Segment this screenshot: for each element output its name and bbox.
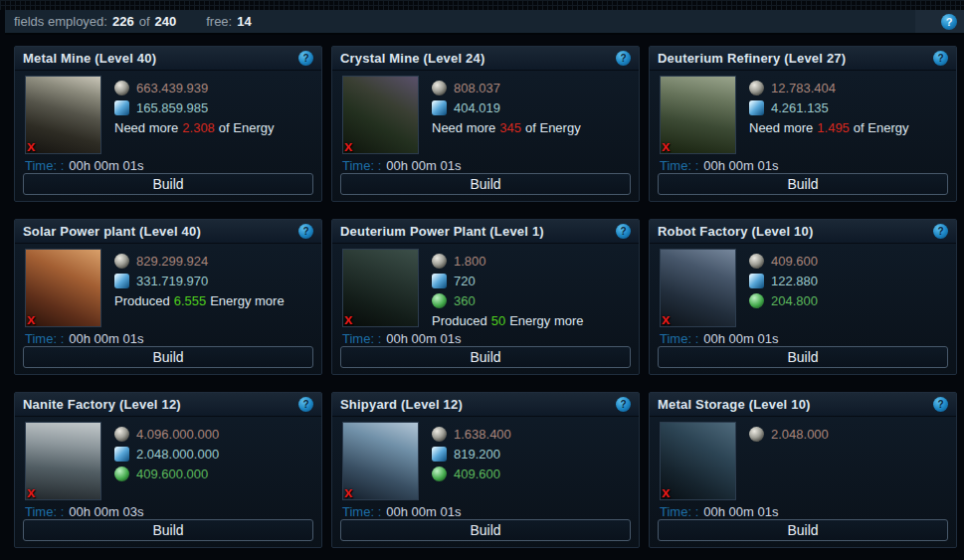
build-button[interactable]: Build: [658, 173, 948, 195]
building-image[interactable]: x: [342, 76, 419, 154]
build-button[interactable]: Build: [23, 173, 313, 195]
time-label: Time: :: [342, 504, 381, 519]
crystal-cost-value: 122.880: [771, 274, 818, 288]
cannot-build-icon: x: [662, 485, 670, 498]
crystal-icon: [432, 100, 447, 115]
energy-prefix: Need more: [749, 120, 813, 135]
cost-list: 808.037404.019Need more345of Energy: [432, 76, 581, 156]
crystal-cost-value: 819.200: [454, 447, 500, 462]
help-icon[interactable]: ?: [933, 224, 948, 239]
building-card: Deuterium Refinery (Level 27) ? x 12.783…: [649, 46, 957, 202]
help-icon[interactable]: ?: [298, 51, 313, 66]
time-label: Time: :: [25, 158, 64, 173]
build-button[interactable]: Build: [23, 519, 313, 541]
deuterium-icon: [432, 293, 447, 308]
crystal-cost-row: 165.859.985: [114, 97, 275, 117]
help-icon[interactable]: ?: [298, 224, 313, 239]
energy-prefix: Produced: [432, 313, 487, 328]
cannot-build-icon: x: [27, 139, 35, 152]
help-icon[interactable]: ?: [616, 224, 631, 239]
fields-status: fields employed: 226 of 240: [5, 14, 176, 29]
card-title: Shipyard (Level 12): [340, 397, 463, 412]
metal-cost-value: 1.638.400: [454, 427, 511, 442]
help-icon[interactable]: ?: [941, 14, 957, 30]
deuterium-cost-value: 360: [454, 293, 476, 308]
building-image[interactable]: x: [660, 76, 736, 154]
energy-suffix: Energy more: [509, 313, 583, 328]
building-image[interactable]: x: [342, 249, 419, 327]
time-label: Time: :: [342, 158, 381, 173]
card-title: Deuterium Refinery (Level 27): [658, 51, 846, 66]
metal-cost-value: 2.048.000: [771, 427, 829, 442]
crystal-icon: [432, 447, 447, 462]
crystal-icon: [749, 100, 764, 115]
build-time: Time: : 00h 00m 01s: [25, 331, 321, 346]
building-image[interactable]: x: [342, 422, 419, 500]
metal-icon: [114, 254, 129, 269]
energy-value: 2.308: [182, 120, 215, 135]
build-time: Time: : 00h 00m 01s: [660, 331, 956, 346]
build-button[interactable]: Build: [658, 519, 948, 541]
crystal-icon: [749, 274, 764, 288]
time-value: 00h 00m 01s: [386, 158, 461, 173]
crystal-cost-value: 4.261.135: [771, 100, 829, 115]
building-image[interactable]: x: [25, 76, 101, 154]
metal-icon: [432, 427, 447, 442]
cost-list: 1.638.400819.200409.600: [432, 422, 511, 502]
help-icon[interactable]: ?: [933, 51, 948, 66]
card-body: x 663.439.939165.859.985Need more2.308of…: [25, 76, 313, 156]
build-button[interactable]: Build: [23, 346, 313, 368]
energy-suffix: of Energy: [219, 120, 275, 135]
building-card: Shipyard (Level 12) ? x 1.638.400819.200…: [331, 392, 640, 548]
status-help-zone: ?: [915, 10, 964, 33]
metal-icon: [749, 427, 764, 442]
crystal-icon: [114, 274, 129, 288]
building-image[interactable]: x: [25, 422, 101, 500]
crystal-cost-row: 331.719.970: [114, 271, 285, 290]
cannot-build-icon: x: [662, 139, 670, 152]
card-title: Deuterium Power Plant (Level 1): [340, 224, 544, 239]
help-icon[interactable]: ?: [616, 397, 631, 412]
build-button[interactable]: Build: [340, 346, 631, 368]
card-title: Metal Mine (Level 40): [23, 51, 156, 66]
build-button[interactable]: Build: [658, 346, 948, 368]
cost-list: 1.800720360Produced50Energy more: [432, 249, 584, 329]
cost-list: 663.439.939165.859.985Need more2.308of E…: [114, 76, 275, 156]
help-icon[interactable]: ?: [298, 397, 313, 412]
metal-cost-row: 829.299.924: [114, 251, 285, 271]
crystal-icon: [432, 274, 447, 288]
deuterium-cost-value: 409.600.000: [136, 467, 208, 481]
building-image[interactable]: x: [660, 422, 736, 500]
metal-icon: [749, 254, 764, 269]
card-header: Deuterium Refinery (Level 27) ?: [650, 47, 956, 71]
building-image[interactable]: x: [660, 249, 736, 327]
deuterium-icon: [749, 293, 764, 308]
status-bar: fields employed: 226 of 240 free: 14 ?: [5, 10, 964, 35]
free-status: free: 14: [206, 14, 251, 29]
help-icon[interactable]: ?: [616, 51, 631, 66]
cost-list: 829.299.924331.719.970Produced6.555Energ…: [114, 249, 285, 329]
metal-icon: [114, 427, 129, 442]
building-image[interactable]: x: [25, 249, 101, 327]
card-title: Nanite Factory (Level 12): [23, 397, 181, 412]
build-time: Time: : 00h 00m 01s: [660, 158, 956, 173]
build-button[interactable]: Build: [340, 173, 631, 195]
build-button[interactable]: Build: [340, 519, 631, 541]
fields-value: 226: [112, 14, 134, 29]
metal-cost-value: 4.096.000.000: [136, 427, 219, 442]
help-icon[interactable]: ?: [933, 397, 948, 412]
cannot-build-icon: x: [662, 312, 670, 325]
metal-cost-value: 1.800: [454, 254, 486, 269]
crystal-cost-value: 404.019: [454, 100, 500, 115]
energy-value: 1.495: [817, 120, 850, 135]
build-time: Time: : 00h 00m 01s: [342, 504, 639, 519]
crystal-cost-row: 720: [432, 271, 584, 290]
energy-suffix: of Energy: [854, 120, 909, 135]
card-title: Solar Power plant (Level 40): [23, 224, 201, 239]
build-time: Time: : 00h 00m 01s: [342, 331, 639, 346]
cost-list: 12.783.4044.261.135Need more1.495of Ener…: [749, 76, 909, 156]
cannot-build-icon: x: [344, 312, 352, 325]
time-value: 00h 00m 03s: [69, 504, 143, 519]
time-label: Time: :: [25, 331, 64, 346]
crystal-cost-value: 165.859.985: [136, 100, 208, 115]
